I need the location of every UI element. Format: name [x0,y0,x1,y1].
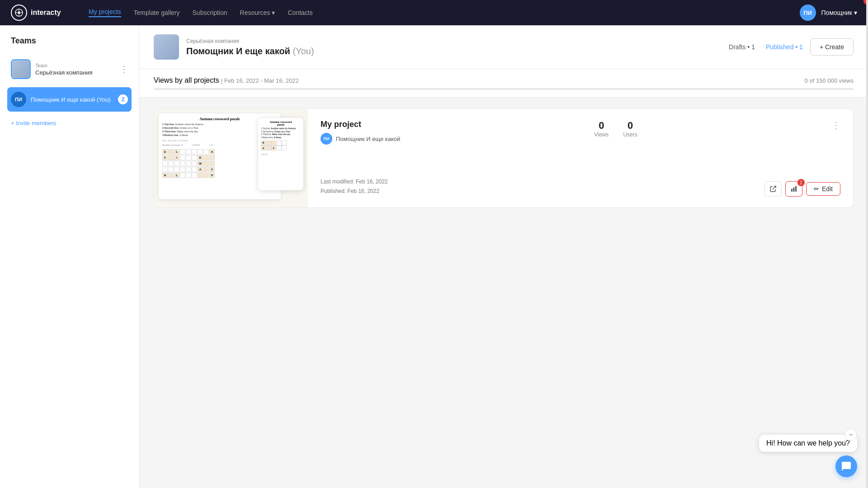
card-dates: Last modified: Feb 16, 2022 Published: F… [321,177,388,197]
team-name: Серьёзная компания [35,69,93,76]
crossword-mobile-preview: Autumn crosswordpuzzle 1 Top line: Anoth… [258,118,303,190]
chat-fab-button[interactable] [835,455,857,477]
team-label: Team [35,63,93,68]
card-actions: 2 ✏ Edit 1 [764,181,840,197]
drafts-stat: Drafts • 1 [729,43,755,51]
views-bar-top: Views by all projects | Feb 16, 2022 - M… [154,76,854,84]
user-menu[interactable]: Помощник ▾ [821,9,857,16]
svg-rect-7 [791,189,793,192]
card-thumbnail: Autumn crossword puzzle 1 Top line: Anot… [154,109,308,207]
project-title: Помощник И еще какой (You) [186,46,722,56]
metric-users-value: 0 [623,120,637,131]
project-logo [154,34,179,60]
team-info: Team Серьёзная компания [35,63,93,76]
project-card: Autumn crossword puzzle 1 Top line: Anot… [154,108,854,208]
nav-links: My projects Template gallery Subscriptio… [89,8,785,17]
views-bar: Views by all projects | Feb 16, 2022 - M… [139,69,868,98]
card-project-name: My project [321,120,400,129]
member-avatar: ПИ [11,92,26,107]
mobile-title: Autumn crosswordpuzzle [261,121,301,126]
user-avatar: ПИ [800,5,816,21]
published-date: Published: Feb 16, 2022 [321,187,388,197]
card-bottom: Last modified: Feb 16, 2022 Published: F… [321,177,840,197]
projects-list: Autumn crossword puzzle 1 Top line: Anot… [139,98,868,219]
brand-logo[interactable]: interacty [11,5,74,21]
create-button[interactable]: + Create [810,38,854,56]
owner-avatar: ПИ [321,133,332,145]
content-header: Серьёзная компания Помощник И еще какой … [139,25,868,69]
edit-icon: ✏ [814,185,819,192]
member-name: Помощник И еще какой (You) [31,96,113,103]
card-project-details: My project ПИ Помощник И еще какой [321,120,400,145]
views-progress-bar [154,88,854,90]
sidebar: Teams Team Серьёзная компания ⋮ ПИ Помощ… [0,25,139,488]
svg-rect-9 [795,186,797,192]
project-info: Серьёзная компания Помощник И еще какой … [186,38,722,56]
nav-contacts[interactable]: Contacts [288,9,312,16]
nav-subscription[interactable]: Subscription [193,9,227,16]
navbar: interacty My projects Template gallery S… [0,0,868,25]
nav-resources[interactable]: Resources ▾ [240,9,275,16]
chat-widget: − Hi! How can we help you? [759,435,857,477]
metric-views-label: Views [594,131,609,138]
main-layout: Teams Team Серьёзная компания ⋮ ПИ Помощ… [0,25,868,488]
mobile-clue-1: 1 Top line: Another name for Autumn [261,127,301,130]
published-link[interactable]: Published • 1 [766,43,803,51]
nav-my-projects[interactable]: My projects [89,8,121,17]
sidebar-item-team[interactable]: Team Серьёзная компания ⋮ [7,55,132,84]
invite-members-button[interactable]: + Invite members [7,115,132,131]
mobile-clue-4: 4 Bottom line: It blows [261,136,301,139]
project-company: Серьёзная компания [186,38,722,44]
metric-views-value: 0 [594,120,609,131]
svg-rect-8 [793,188,794,192]
mobile-clue-3: 3 Third line: Water from the sky [261,133,301,136]
views-date: | Feb 16, 2022 - Mar 16, 2022 [221,77,299,84]
card-right: My project ПИ Помощник И еще какой 0 Vie… [308,109,853,207]
views-label: Views by all projects | Feb 16, 2022 - M… [154,76,299,84]
sidebar-title: Teams [7,36,132,46]
metric-views: 0 Views [594,120,609,138]
card-options-icon[interactable]: ⋮ [831,120,840,131]
svg-line-6 [773,186,776,189]
chat-minimize-button[interactable]: − [844,428,857,441]
team-avatar [11,59,31,79]
team-options-icon[interactable]: ⋮ [120,64,128,74]
chevron-down-icon: ▾ [272,9,275,16]
card-top: My project ПИ Помощник И еще какой 0 Vie… [321,120,840,145]
team-avatar-image [12,60,30,78]
metric-users: 0 Users [623,120,637,138]
last-modified: Last modified: Feb 16, 2022 [321,177,388,187]
owner-name: Помощник И еще какой [336,136,400,142]
stats-button[interactable]: 2 [785,181,802,197]
member-count-badge: 2 [118,94,128,104]
brand-name: interacty [31,9,61,17]
nav-template-gallery[interactable]: Template gallery [134,9,180,16]
project-title-you: (You) [292,46,314,56]
edit-button[interactable]: ✏ Edit 1 [806,182,840,196]
views-bar-wrap: Views by all projects | Feb 16, 2022 - M… [154,76,854,90]
views-count: 0 of 150 000 views [805,77,854,84]
scroll-indicator[interactable] [866,0,868,488]
chat-message: Hi! How can we help you? [766,439,850,447]
nav-user-area: ПИ Помощник ▾ [800,5,857,21]
metric-users-label: Users [623,131,637,138]
svg-point-1 [18,11,20,14]
thumbnail-inner: Autumn crossword puzzle 1 Top line: Anot… [154,109,308,207]
logo-icon [11,5,27,21]
stats-badge: 2 [797,179,805,186]
chat-bubble-wrap: − Hi! How can we help you? [759,435,857,452]
card-owner: ПИ Помощник И еще какой [321,133,400,145]
mobile-clue-2: 2 Second line: Grows on a Tree [261,131,301,133]
card-metrics: 0 Views 0 Users [594,120,637,138]
header-stats: Drafts • 1 Published • 1 [729,43,803,51]
published-stat[interactable]: Published • 1 [766,43,803,51]
main-content: Серьёзная компания Помощник И еще какой … [139,25,868,488]
chevron-down-icon: ▾ [854,9,857,16]
sidebar-item-member[interactable]: ПИ Помощник И еще какой (You) 2 [7,87,132,112]
open-button[interactable] [764,181,782,197]
